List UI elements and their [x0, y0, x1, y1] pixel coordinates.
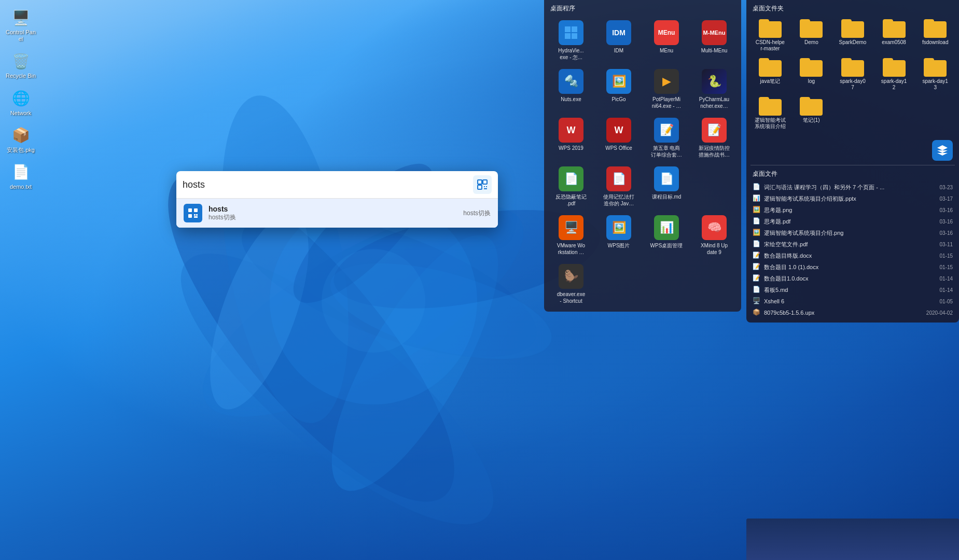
search-result-hosts[interactable]: hosts hosts切换 hosts切换	[176, 199, 498, 228]
program-multi-menu[interactable]: M-MEnu Multi-MEnu	[691, 17, 737, 64]
program-xmind[interactable]: 🧠 XMind 8 Update 9	[691, 212, 737, 259]
desktop-icons-left: 🖥️ Control Panel 🗑️ Recycle Bin 🌐 Networ…	[0, 0, 41, 198]
file-date-10: 01-14	[939, 287, 953, 293]
desktop-icon-demotxt[interactable]: 📄 demo.txt	[3, 160, 39, 192]
svg-rect-18	[478, 185, 482, 189]
folder-log[interactable]: log	[792, 56, 831, 93]
potplayer-icon: ▶	[654, 69, 679, 94]
doc5-icon: 📄	[654, 166, 679, 191]
file-list-item-7[interactable]: 📝 数合题目终版.docx 01-15	[750, 250, 955, 261]
program-pycharm[interactable]: 🐍 PyCharmLauncher.exe…	[691, 66, 737, 113]
folder-notes1[interactable]: 笔记(1)	[792, 95, 831, 132]
file-list-item-9[interactable]: 📝 数合题目1.0.docx 01-14	[750, 273, 955, 284]
program-vmware[interactable]: 🖥️ VMware Workstation …	[548, 212, 594, 259]
menu-label: MEnu	[660, 47, 673, 54]
svg-rect-27	[194, 216, 198, 218]
wps-img-label: WPS图片	[608, 242, 630, 249]
desktop-icon-recycle-bin[interactable]: 🗑️ Recycle Bin	[3, 49, 39, 81]
search-result-text: hosts hosts切换	[209, 205, 457, 222]
folder-spark-day12[interactable]: spark-day12	[874, 56, 914, 93]
search-input-row	[176, 171, 498, 199]
picgo-label: PicGo	[611, 96, 626, 103]
program-dbeaver[interactable]: 🦫 dbeaver.exe- Shortcut	[548, 261, 594, 307]
empty-icon	[702, 166, 727, 191]
folder-java-notes[interactable]: java笔记	[750, 56, 790, 93]
desktop-icon-network[interactable]: 🌐 Network	[3, 86, 39, 119]
search-result-name: hosts	[209, 205, 457, 213]
blue-app-icon[interactable]	[932, 140, 953, 161]
svg-rect-24	[188, 214, 192, 218]
doc1-icon: 📝	[654, 118, 679, 143]
programs-panel-title: 桌面程序	[548, 4, 737, 13]
folder-fsdownload[interactable]: fsdownload	[915, 17, 955, 54]
file-list-item-10[interactable]: 📄 看板5.md 01-14	[750, 284, 955, 296]
search-input[interactable]	[183, 179, 469, 190]
program-menu[interactable]: MEnu MEnu	[644, 17, 689, 64]
program-nuts[interactable]: 🔩 Nuts.exe	[548, 66, 594, 113]
pycharm-label: PyCharmLauncher.exe…	[699, 96, 729, 109]
file-list-item-8[interactable]: 📝 数合题目 1.0 (1).docx 01-15	[750, 261, 955, 273]
doc3-label: 反恐隐蔽笔记.pdf	[555, 193, 587, 207]
nuts-icon: 🔩	[559, 69, 583, 94]
folder-sparkdemo[interactable]: SparkDemo	[833, 17, 872, 54]
file-icon-5: 🖼️	[753, 229, 761, 237]
multi-menu-icon: M-MEnu	[702, 20, 727, 45]
program-doc2[interactable]: 📝 新冠疫情防控措施作战书…	[691, 115, 737, 161]
search-qr-button[interactable]	[473, 175, 492, 194]
svg-rect-17	[483, 180, 487, 184]
hydraview-icon	[559, 20, 583, 45]
program-doc3[interactable]: 📄 反恐隐蔽笔记.pdf	[548, 163, 594, 210]
files-folders-grid: CSDN-helper-master Demo SparkDemo exam05…	[750, 17, 955, 132]
picgo-icon: 🖼️	[606, 69, 631, 94]
search-result-subtitle: hosts切换	[209, 213, 457, 222]
doc3-icon: 📄	[559, 166, 583, 191]
search-result-action: hosts切换	[463, 209, 491, 218]
program-wpsoffice[interactable]: W WPS Office	[596, 115, 642, 161]
file-icon-6: 📄	[753, 240, 761, 248]
folder-csdn[interactable]: CSDN-helper-master	[750, 17, 790, 54]
program-wps-img[interactable]: 🖼️ WPS图片	[596, 212, 642, 259]
file-list-item-1[interactable]: 📄 词汇与语法 课程学习（四）和另外 7 个页面 - ... 03-23	[750, 181, 955, 193]
file-name-11: Xshell 6	[764, 298, 936, 304]
program-picgo[interactable]: 🖼️ PicGo	[596, 66, 642, 113]
file-list-item-2[interactable]: 📊 逻辑智能考试系统项目介绍初版.pptx 03-17	[750, 193, 955, 204]
dbeaver-icon: 🦫	[559, 264, 583, 289]
file-name-10: 看板5.md	[764, 286, 936, 294]
folder-spark-day13[interactable]: spark-day13	[915, 56, 955, 93]
file-list-item-3[interactable]: 🖼️ 思考题.png 03-16	[750, 204, 955, 216]
program-idm[interactable]: IDM IDM	[596, 17, 642, 64]
recycle-bin-label: Recycle Bin	[6, 73, 36, 79]
file-list-item-12[interactable]: 📦 8079c5b5-1.5.6.upx 2020-04-02	[750, 307, 955, 318]
file-list-item-6[interactable]: 📄 宋绘空笔文件.pdf 03-11	[750, 239, 955, 250]
folder-demo[interactable]: Demo	[792, 17, 831, 54]
program-doc5[interactable]: 📄 课程目标.md	[644, 163, 689, 210]
file-date-7: 01-15	[939, 253, 953, 259]
folder-spark-day07[interactable]: spark-day07	[833, 56, 872, 93]
file-list-item-4[interactable]: 📄 思考题.pdf 03-16	[750, 216, 955, 227]
folder-ai-system[interactable]: 逻辑智能考试系统项目介绍	[750, 95, 790, 132]
file-icon-1: 📄	[753, 183, 761, 191]
program-hydraview[interactable]: HydraVie...exe - 怎...	[548, 17, 594, 64]
program-wps2019[interactable]: W WPS 2019	[548, 115, 594, 161]
file-list-item-5[interactable]: 🖼️ 逻辑智能考试系统项目介绍.png 03-16	[750, 227, 955, 239]
file-list-item-11[interactable]: 🖥️ Xshell 6 01-05	[750, 296, 955, 307]
file-date-12: 2020-04-02	[926, 310, 953, 316]
program-doc1[interactable]: 📝 第五章 电商订单综合套…	[644, 115, 689, 161]
desktop-icon-control-panel[interactable]: 🖥️ Control Panel	[3, 5, 39, 45]
file-date-1: 03-23	[939, 185, 953, 190]
file-icon-4: 📄	[753, 217, 761, 226]
file-name-3: 思考题.png	[764, 206, 936, 214]
desktop-icon-installer[interactable]: 📦 安装包.pkg	[3, 123, 39, 156]
svg-rect-15	[572, 33, 577, 39]
folder-exam0508[interactable]: exam0508	[874, 17, 914, 54]
file-icon-7: 📝	[753, 251, 761, 260]
file-name-7: 数合题目终版.docx	[764, 252, 936, 260]
program-wps-ppt[interactable]: 📊 WPS桌面管理	[644, 212, 689, 259]
svg-rect-21	[484, 188, 487, 189]
programs-grid: HydraVie...exe - 怎... IDM IDM MEnu MEnu …	[548, 17, 737, 307]
program-potplayer[interactable]: ▶ PotPlayerMini64.exe - …	[644, 66, 689, 113]
file-date-2: 03-17	[939, 196, 953, 202]
program-doc4[interactable]: 📄 使用记忆法打造你的 Jav…	[596, 163, 642, 210]
file-icon-9: 📝	[753, 274, 761, 283]
wpsoffice-label: WPS Office	[605, 145, 632, 151]
